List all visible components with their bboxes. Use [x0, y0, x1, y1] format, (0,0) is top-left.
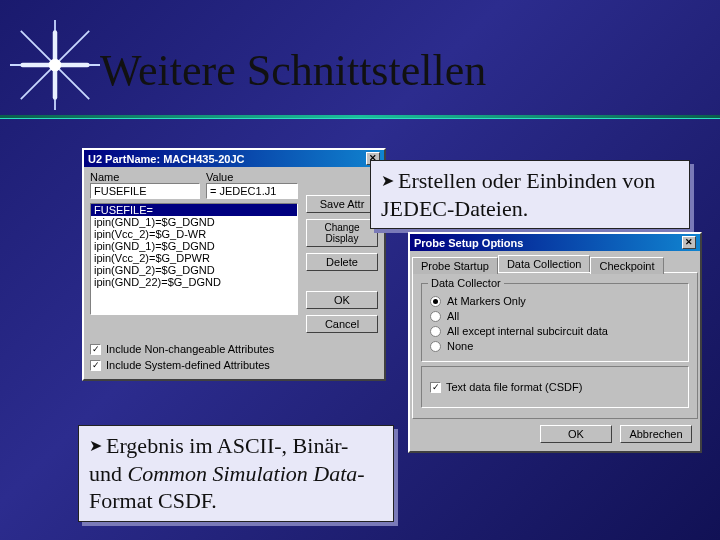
- callout-text-italic: Common Simulation Data-: [128, 461, 365, 486]
- list-item[interactable]: ipin(GND_1)=$G_DGND: [91, 240, 297, 252]
- include-nonchangeable-check[interactable]: ✓ Include Non-changeable Attributes: [90, 343, 378, 355]
- value-field[interactable]: = JEDEC1.J1: [206, 183, 298, 199]
- tabs: Probe Startup Data Collection Checkpoint: [412, 255, 698, 272]
- save-attr-button[interactable]: Save Attr: [306, 195, 378, 213]
- slide-title: Weitere Schnittstellen: [100, 45, 486, 96]
- list-item[interactable]: ipin(GND_1)=$G_DGND: [91, 216, 297, 228]
- value-label: Value: [206, 171, 298, 183]
- cancel-button[interactable]: Abbrechen: [620, 425, 692, 443]
- csdf-group: ✓ Text data file format (CSDF): [421, 366, 689, 408]
- dialog-b-titlebar[interactable]: Probe Setup Options ✕: [410, 234, 700, 251]
- name-label: Name: [90, 171, 200, 183]
- radio-none[interactable]: None: [430, 340, 680, 352]
- starburst-logo: [10, 20, 100, 110]
- tab-probe-startup[interactable]: Probe Startup: [412, 257, 498, 274]
- radio-markers-only[interactable]: At Markers Only: [430, 295, 680, 307]
- callout-jedec: ➤Erstellen oder Einbinden von JEDEC-Date…: [370, 160, 690, 229]
- tab-data-collection[interactable]: Data Collection: [498, 255, 591, 272]
- delete-button[interactable]: Delete: [306, 253, 378, 271]
- dialog-b-title: Probe Setup Options: [414, 237, 523, 249]
- callout-csdf: ➤Ergebnis im ASCII-, Binär- und Common S…: [78, 425, 394, 522]
- change-display-button[interactable]: Change Display: [306, 219, 378, 247]
- check-label: Text data file format (CSDF): [446, 381, 582, 393]
- ok-button[interactable]: OK: [306, 291, 378, 309]
- group-legend: Data Collector: [428, 277, 504, 289]
- callout-text-suffix: Format CSDF.: [89, 488, 217, 513]
- radio-all[interactable]: All: [430, 310, 680, 322]
- cancel-button[interactable]: Cancel: [306, 315, 378, 333]
- attribute-listbox[interactable]: FUSEFILE= ipin(GND_1)=$G_DGND ipin(Vcc_2…: [90, 203, 298, 315]
- callout-text: Erstellen oder Einbinden von JEDEC-Datei…: [381, 168, 655, 221]
- svg-point-6: [49, 59, 62, 72]
- list-header: FUSEFILE=: [91, 204, 297, 216]
- part-properties-dialog: U2 PartName: MACH435-20JC ✕ Name FUSEFIL…: [82, 148, 386, 381]
- csdf-check[interactable]: ✓ Text data file format (CSDF): [430, 381, 680, 393]
- include-systemdefined-check[interactable]: ✓ Include System-defined Attributes: [90, 359, 378, 371]
- dialog-a-titlebar[interactable]: U2 PartName: MACH435-20JC ✕: [84, 150, 384, 167]
- tab-checkpoint[interactable]: Checkpoint: [590, 257, 663, 274]
- list-item[interactable]: ipin(Vcc_2)=$G_D-WR: [91, 228, 297, 240]
- close-icon[interactable]: ✕: [682, 236, 696, 249]
- check-label: Include Non-changeable Attributes: [106, 343, 274, 355]
- check-label: Include System-defined Attributes: [106, 359, 270, 371]
- list-item[interactable]: ipin(GND_22)=$G_DGND: [91, 276, 297, 288]
- list-item[interactable]: ipin(GND_2)=$G_DGND: [91, 264, 297, 276]
- radio-all-except[interactable]: All except internal subcircuit data: [430, 325, 680, 337]
- name-field[interactable]: FUSEFILE: [90, 183, 200, 199]
- ok-button[interactable]: OK: [540, 425, 612, 443]
- list-item[interactable]: ipin(Vcc_2)=$G_DPWR: [91, 252, 297, 264]
- data-collector-group: Data Collector At Markers Only All All e…: [421, 283, 689, 362]
- dialog-a-title: U2 PartName: MACH435-20JC: [88, 153, 245, 165]
- title-rule: [0, 115, 720, 119]
- bullet-icon: ➤: [381, 172, 394, 189]
- probe-setup-dialog: Probe Setup Options ✕ Probe Startup Data…: [408, 232, 702, 453]
- bullet-icon: ➤: [89, 437, 102, 454]
